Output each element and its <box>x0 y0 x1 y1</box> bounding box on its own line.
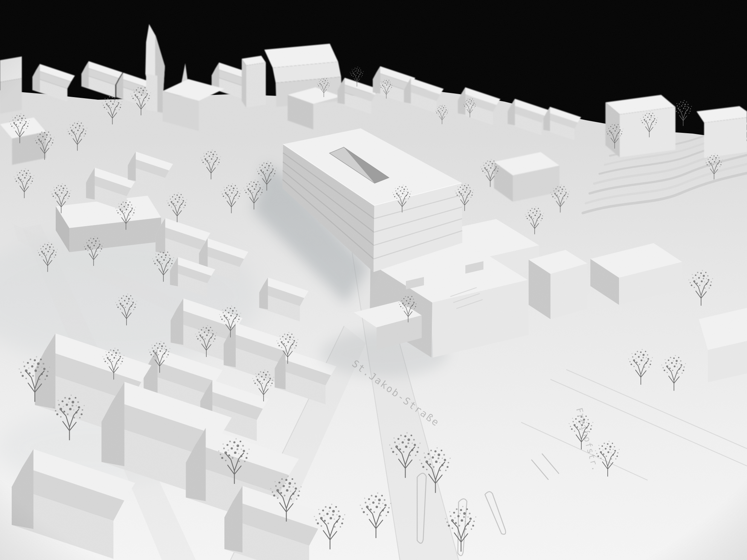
film-grain <box>0 0 747 560</box>
architectural-model-photo: St.Jakob-Straße Freihofstr. <box>0 0 747 560</box>
model-scene: St.Jakob-Straße Freihofstr. <box>0 0 747 560</box>
